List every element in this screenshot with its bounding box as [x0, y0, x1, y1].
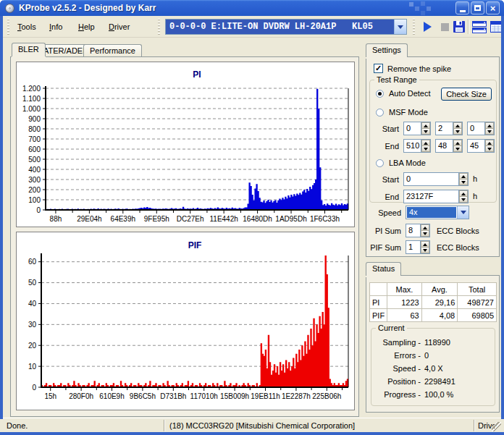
- pif-total: 69805: [458, 309, 497, 322]
- ecc-blocks-label: ECC Blocks: [437, 243, 479, 252]
- app-window: KProbe v2.5.2 - Designed by Karr × Tools…: [0, 0, 504, 435]
- ecc-blocks-label: ECC Blocks: [437, 227, 479, 235]
- svg-text:15h: 15h: [44, 392, 56, 400]
- close-icon: ×: [490, 4, 496, 13]
- msf-start-field-0[interactable]: 0: [403, 122, 431, 135]
- msf-start-field-1[interactable]: 2: [435, 122, 463, 135]
- spin-down-icon: [461, 198, 466, 201]
- msf-end-field-1[interactable]: 48: [435, 139, 463, 153]
- msf-start-field-2[interactable]: 0: [467, 122, 495, 135]
- lba-start-field[interactable]: 0: [403, 172, 469, 186]
- msf-mode-radio[interactable]: [376, 109, 384, 117]
- svg-text:PIF: PIF: [188, 240, 202, 250]
- tab-status[interactable]: Status: [366, 262, 401, 276]
- menu-info[interactable]: Info: [48, 20, 64, 33]
- spin-up-button[interactable]: [421, 122, 430, 129]
- spin-up-button[interactable]: [453, 140, 462, 146]
- spin-down-button[interactable]: [453, 129, 462, 135]
- menu-driver[interactable]: Driver: [107, 20, 131, 33]
- check-size-button[interactable]: Check Size: [441, 88, 492, 101]
- bler-tab-page: PI01002003004005006007008009001.0001.100…: [10, 56, 359, 417]
- position-row: Position -2298491: [374, 377, 455, 386]
- window-title: KProbe v2.5.2 - Designed by Karr: [19, 3, 455, 13]
- speed-selected-value: 4x: [407, 207, 456, 218]
- svg-text:10: 10: [28, 363, 37, 371]
- svg-text:800: 800: [28, 125, 41, 133]
- header-total: Total: [458, 283, 497, 296]
- spin-up-button[interactable]: [453, 122, 462, 129]
- svg-text:300: 300: [28, 176, 41, 184]
- minimize-button[interactable]: [455, 1, 469, 14]
- speed-select[interactable]: 4x: [406, 206, 469, 219]
- spin-down-button[interactable]: [453, 146, 462, 152]
- msf-end-field-0[interactable]: 510: [403, 139, 431, 153]
- spin-down-button[interactable]: [421, 146, 430, 152]
- spin-up-button[interactable]: [459, 173, 468, 180]
- floppy-disk-icon: [453, 20, 466, 33]
- spin-down-button[interactable]: [459, 197, 468, 203]
- spin-down-button[interactable]: [421, 129, 430, 135]
- spin-up-icon: [487, 142, 492, 145]
- spin-up-button[interactable]: [421, 241, 429, 248]
- svg-text:20: 20: [28, 342, 37, 350]
- svg-text:117010h: 117010h: [190, 392, 218, 400]
- drive-selector-value: 0-0-0-0 E:LITE-ON DVDRW LH-20A1P KL05: [166, 20, 394, 34]
- tile-view-button[interactable]: [471, 18, 488, 35]
- spin-up-button[interactable]: [459, 190, 468, 197]
- start-scan-button[interactable]: [419, 18, 436, 35]
- table-header-row: Max. Avg. Total: [370, 283, 497, 296]
- save-button[interactable]: [450, 18, 468, 35]
- spin-down-icon: [487, 148, 492, 151]
- maximize-button[interactable]: [471, 1, 484, 14]
- svg-text:225B06h: 225B06h: [312, 392, 341, 400]
- spin-down-button[interactable]: [459, 180, 468, 185]
- titlebar[interactable]: KProbe v2.5.2 - Designed by Karr ×: [0, 0, 504, 16]
- spin-up-button[interactable]: [421, 224, 429, 231]
- spin-down-button[interactable]: [421, 248, 429, 253]
- spin-up-button[interactable]: [485, 140, 494, 146]
- tab-settings[interactable]: Settings: [366, 43, 408, 57]
- spin-up-button[interactable]: [485, 122, 494, 129]
- lba-mode-radio[interactable]: [376, 159, 384, 167]
- spin-down-button[interactable]: [485, 129, 494, 135]
- speed-row: Speed -4,0 X: [374, 364, 443, 373]
- spin-down-icon: [455, 148, 460, 151]
- msf-end-field-2[interactable]: 45: [467, 139, 495, 153]
- svg-text:PI: PI: [193, 69, 201, 80]
- main-tabstrip: BLER ATER/ADER Performance: [10, 43, 359, 56]
- statusbar-message: Done.: [7, 421, 28, 430]
- spin-up-button[interactable]: [421, 140, 430, 146]
- spin-down-icon: [455, 130, 460, 133]
- spin-down-icon: [424, 148, 428, 151]
- toolbar-gripper[interactable]: [413, 19, 415, 35]
- resize-grip[interactable]: [492, 422, 501, 431]
- window-border: [0, 0, 3, 419]
- lba-end-field[interactable]: 23127F: [403, 190, 469, 203]
- close-button[interactable]: ×: [486, 1, 500, 14]
- svg-text:200: 200: [28, 186, 41, 194]
- toolbar-gripper[interactable]: [7, 19, 9, 35]
- spin-down-button[interactable]: [485, 146, 494, 152]
- test-range-label: Test Range: [374, 75, 419, 84]
- svg-text:400: 400: [28, 166, 41, 174]
- auto-detect-radio[interactable]: [376, 90, 384, 98]
- titlebar-decoration: [421, 1, 425, 6]
- drive-selector-arrow-button[interactable]: [394, 20, 406, 34]
- menu-tools[interactable]: Tools: [16, 20, 38, 33]
- svg-text:29E04h: 29E04h: [77, 215, 101, 223]
- remove-spike-checkbox[interactable]: ✓: [374, 64, 383, 73]
- toolbar-gripper[interactable]: [158, 19, 160, 35]
- menubar: Tools Info Help Driver 0-0-0-0 E:LITE-ON…: [3, 16, 501, 38]
- svg-text:0: 0: [36, 206, 41, 214]
- menu-help[interactable]: Help: [77, 20, 96, 33]
- tab-performance[interactable]: Performance: [83, 44, 142, 56]
- drive-selector[interactable]: 0-0-0-0 E:LITE-ON DVDRW LH-20A1P KL05: [165, 19, 407, 35]
- errors-row: Errors -0: [374, 351, 429, 360]
- statusbar: Done. (18) MCC03RG20 [Mitsubishi Chemica…: [3, 418, 501, 432]
- pi-sum-field[interactable]: 8: [406, 224, 430, 237]
- tab-bler[interactable]: BLER: [12, 43, 46, 56]
- speed-dropdown-button[interactable]: [457, 206, 469, 219]
- spin-down-button[interactable]: [421, 231, 429, 237]
- pif-sum-field[interactable]: 1: [406, 240, 430, 254]
- maximize-icon: [474, 5, 481, 11]
